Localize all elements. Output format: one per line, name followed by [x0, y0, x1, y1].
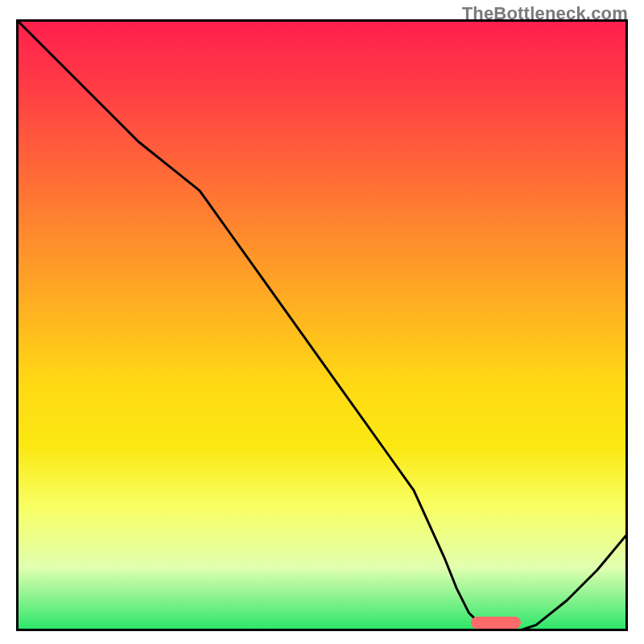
- plot-area: [16, 19, 628, 631]
- line-curve: [16, 19, 628, 631]
- curve-path: [16, 19, 628, 631]
- optimal-marker: [471, 617, 521, 629]
- chart-container: TheBottleneck.com: [0, 0, 644, 644]
